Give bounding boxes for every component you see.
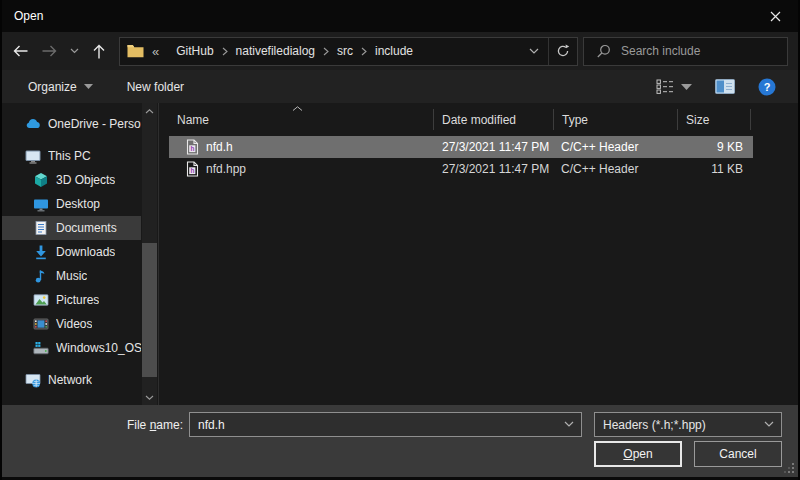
svg-text:h: h	[191, 145, 195, 152]
header-file-icon: h	[186, 161, 199, 177]
network-icon	[25, 372, 41, 388]
preview-pane-icon	[715, 79, 735, 94]
search-icon	[596, 44, 611, 59]
refresh-button[interactable]	[549, 38, 577, 65]
computer-icon	[25, 148, 41, 164]
forward-arrow-icon	[41, 43, 58, 59]
recent-locations-button[interactable]	[64, 34, 84, 68]
sort-ascending-icon	[292, 106, 303, 111]
sidebar-item-onedrive[interactable]: OneDrive - Persor	[2, 112, 141, 136]
up-button[interactable]	[84, 34, 113, 68]
file-type-value: Headers (*.h;*.hpp)	[603, 418, 706, 432]
download-arrow-icon	[33, 244, 49, 260]
refresh-icon	[556, 44, 570, 58]
svg-text:h: h	[191, 167, 195, 174]
address-bar[interactable]: « GitHub nativefiledialog src include	[119, 37, 578, 66]
sidebar-item-downloads[interactable]: Downloads	[2, 240, 141, 264]
film-icon	[33, 316, 49, 332]
column-header-size[interactable]: Size	[678, 109, 751, 130]
dialog-footer: File name: Headers (*.h;*.hpp) Open Canc…	[2, 405, 798, 480]
titlebar: Open	[2, 0, 798, 32]
sidebar-item-desktop[interactable]: Desktop	[2, 192, 141, 216]
breadcrumb-item-include[interactable]: include	[374, 43, 414, 59]
file-type-combobox[interactable]: Headers (*.h;*.hpp)	[594, 412, 782, 437]
sidebar-item-videos[interactable]: Videos	[2, 312, 141, 336]
command-toolbar: Organize New folder	[2, 70, 798, 103]
up-arrow-icon	[91, 43, 107, 60]
file-name-label: File name:	[127, 418, 183, 432]
open-button[interactable]: Open	[594, 441, 682, 467]
column-headers: Name Date modified Type Size	[159, 106, 798, 133]
onedrive-cloud-icon	[25, 116, 41, 132]
hard-drive-icon	[33, 340, 49, 356]
folder-icon	[127, 44, 144, 58]
sidebar-scrollbar[interactable]	[142, 103, 157, 405]
column-header-name[interactable]: Name	[159, 109, 434, 130]
address-dropdown-button[interactable]	[520, 38, 548, 65]
file-row-nfd-h[interactable]: h nfd.h 27/3/2021 11:47 PM C/C++ Header …	[169, 136, 753, 158]
change-view-button[interactable]	[654, 77, 694, 96]
chevron-right-icon	[354, 47, 374, 56]
breadcrumb-collapsed-indicator[interactable]: «	[152, 44, 159, 59]
picture-icon	[33, 292, 49, 308]
chevron-down-icon[interactable]	[757, 421, 781, 428]
search-box[interactable]	[583, 37, 788, 66]
chevron-right-icon	[215, 47, 235, 56]
documents-icon	[33, 220, 49, 236]
help-icon: ?	[758, 78, 776, 96]
scrollbar-thumb[interactable]	[142, 243, 157, 377]
file-name-input[interactable]	[190, 418, 557, 432]
file-row-nfd-hpp[interactable]: h nfd.hpp 27/3/2021 11:47 PM C/C++ Heade…	[169, 158, 753, 180]
cancel-button[interactable]: Cancel	[694, 441, 782, 467]
new-folder-button[interactable]: New folder	[121, 74, 190, 100]
header-file-icon: h	[186, 139, 199, 155]
breadcrumb-item-nativefiledialog[interactable]: nativefiledialog	[235, 43, 316, 59]
navigation-bar: « GitHub nativefiledialog src include	[2, 32, 798, 70]
sidebar-item-documents[interactable]: Documents	[2, 216, 141, 240]
view-dropdown-chevron-icon	[681, 84, 692, 90]
sidebar-item-network[interactable]: Network	[2, 368, 141, 392]
forward-button[interactable]	[35, 34, 64, 68]
desktop-icon	[33, 196, 49, 212]
3d-cube-icon	[33, 172, 49, 188]
music-note-icon	[33, 268, 49, 284]
sidebar-item-windows10-os[interactable]: Windows10_OS (	[2, 336, 141, 360]
dialog-content: OneDrive - Persor This PC 3D Objects Des	[2, 103, 798, 405]
close-icon	[770, 11, 781, 22]
sidebar-item-music[interactable]: Music	[2, 264, 141, 288]
file-list: Name Date modified Type Size h	[159, 103, 798, 405]
organize-button[interactable]: Organize	[22, 74, 99, 100]
column-header-date-modified[interactable]: Date modified	[434, 109, 554, 130]
scroll-up-icon[interactable]	[142, 103, 157, 119]
close-button[interactable]	[752, 0, 798, 32]
navigation-pane: OneDrive - Persor This PC 3D Objects Des	[2, 103, 159, 405]
chevron-down-icon[interactable]	[557, 421, 581, 428]
back-button[interactable]	[6, 34, 35, 68]
chevron-right-icon	[316, 47, 336, 56]
svg-text:?: ?	[764, 81, 771, 93]
breadcrumb-item-src[interactable]: src	[336, 43, 354, 59]
dropdown-triangle-icon	[84, 84, 93, 89]
scroll-down-icon[interactable]	[142, 389, 157, 405]
sidebar-item-this-pc[interactable]: This PC	[2, 144, 141, 168]
dialog-title: Open	[2, 9, 43, 23]
help-button[interactable]: ?	[756, 76, 778, 98]
resize-grip[interactable]	[784, 463, 795, 474]
sidebar-item-3d-objects[interactable]: 3D Objects	[2, 168, 141, 192]
breadcrumb-item-github[interactable]: GitHub	[175, 43, 214, 59]
column-header-type[interactable]: Type	[554, 109, 678, 130]
back-arrow-icon	[12, 43, 29, 59]
sidebar-item-pictures[interactable]: Pictures	[2, 288, 141, 312]
open-file-dialog: Open	[0, 0, 800, 480]
preview-pane-button[interactable]	[713, 77, 737, 96]
address-dropdown-chevron-icon	[529, 48, 539, 55]
file-name-combobox[interactable]	[189, 412, 582, 437]
recent-locations-chevron-icon	[70, 48, 79, 54]
details-view-icon	[656, 79, 675, 94]
search-input[interactable]	[621, 44, 771, 58]
